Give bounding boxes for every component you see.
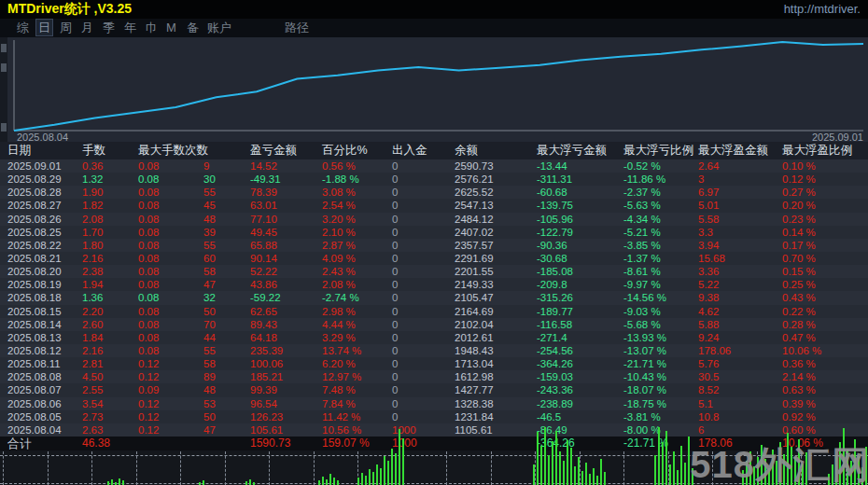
- table-cell: 235.39: [247, 344, 319, 357]
- table-cell: 2025.08.27: [0, 199, 79, 212]
- profit-bar: [203, 480, 204, 485]
- table-cell: 0: [389, 410, 452, 423]
- table-cell: 126.23: [247, 410, 319, 423]
- table-cell: -3.81 %: [621, 410, 695, 423]
- column-header-6[interactable]: 出入金: [389, 142, 452, 159]
- table-cell: 2025.08.19: [0, 278, 79, 291]
- table-cell: 0.70 %: [779, 252, 868, 265]
- column-header-4[interactable]: 盈亏金额: [247, 142, 319, 159]
- menu-item-8[interactable]: M: [164, 20, 178, 35]
- menu-item-3[interactable]: 周: [58, 20, 74, 35]
- table-cell: 0.22 %: [779, 305, 868, 318]
- table-cell: -13.44: [534, 159, 621, 173]
- table-cell: 0.12: [135, 370, 201, 383]
- profit-bar: [318, 480, 320, 485]
- table-cell: 0.08: [135, 305, 201, 318]
- table-cell: 2201.55: [452, 265, 534, 278]
- table-cell: 0.08: [135, 291, 201, 304]
- table-cell: 30: [201, 173, 247, 186]
- table-cell: -5.21 %: [621, 226, 695, 239]
- table-cell: -59.22: [247, 291, 319, 304]
- column-header-10[interactable]: 最大浮盈金额: [695, 142, 779, 159]
- table-cell: 48: [201, 383, 247, 396]
- profit-bar: [589, 474, 591, 485]
- table-cell: 2025.08.18: [0, 291, 79, 304]
- menu-item-9[interactable]: 备: [185, 20, 201, 35]
- table-cell: 1.36: [79, 291, 135, 304]
- menu-item-10[interactable]: 账户: [205, 20, 233, 35]
- website-link[interactable]: http://mtdriver.: [784, 2, 861, 16]
- table-cell: -2.37 %: [621, 186, 695, 199]
- grip-handle[interactable]: [1, 123, 7, 132]
- gridline: [402, 451, 403, 485]
- table-cell: 1000: [389, 423, 452, 436]
- table-cell: 89.43: [247, 318, 319, 331]
- gridline: [48, 451, 49, 485]
- table-cell: 4.62: [695, 305, 779, 318]
- table-cell: 0: [389, 159, 452, 173]
- column-header-8[interactable]: 最大浮亏金额: [534, 142, 621, 159]
- table-row: 2025.08.112.810.1258100.066.20 %01713.04…: [0, 357, 868, 370]
- gridline: [580, 451, 581, 485]
- table-cell: 58: [201, 357, 247, 370]
- table-cell: 32: [201, 291, 247, 304]
- column-header-1[interactable]: 日期: [0, 142, 79, 159]
- table-cell: 4.50: [79, 370, 135, 383]
- menu-item-6[interactable]: 年: [122, 20, 138, 35]
- table-cell: 64.18: [247, 331, 319, 344]
- column-header-3[interactable]: 最大手数次数: [135, 142, 247, 159]
- column-header-2[interactable]: 手数: [79, 142, 135, 159]
- table-cell: -13.93 %: [621, 331, 695, 344]
- gridline: [269, 451, 270, 485]
- table-cell: -3.85 %: [621, 239, 695, 252]
- table-cell: 47: [201, 423, 247, 436]
- profit-bar: [337, 480, 339, 485]
- total-cell: -364.26: [534, 436, 621, 450]
- table-cell: 2.73: [79, 410, 135, 423]
- grip-handle[interactable]: [1, 63, 7, 72]
- table-cell: 0: [389, 213, 452, 226]
- menu-item-7[interactable]: 巾: [144, 20, 160, 35]
- menu-item-2[interactable]: 日: [36, 20, 52, 35]
- profit-bar: [122, 480, 124, 485]
- table-cell: 5.58: [695, 213, 779, 226]
- table-cell: 10.8: [695, 410, 779, 423]
- table-cell: 0: [389, 186, 452, 199]
- profit-bar: [581, 471, 583, 485]
- table-cell: 0.63 %: [779, 383, 868, 396]
- table-cell: 3.29 %: [319, 331, 389, 344]
- table-cell: 1.80: [79, 239, 135, 252]
- menu-item-path[interactable]: 路径: [283, 20, 311, 35]
- column-header-7[interactable]: 余额: [452, 142, 534, 159]
- table-cell: 3.3: [695, 226, 779, 239]
- table-cell: 2.60: [79, 318, 135, 331]
- grip-handle[interactable]: [1, 44, 7, 52]
- table-cell: -254.56: [534, 344, 621, 357]
- menu-item-4[interactable]: 月: [79, 20, 95, 35]
- menu-item-1[interactable]: 综: [15, 20, 31, 35]
- table-row: 2025.08.281.900.085578.393.08 %02625.52-…: [0, 186, 868, 199]
- table-row: 2025.08.131.840.084464.183.29 %02012.61-…: [0, 331, 868, 344]
- table-row: 2025.08.152.200.085062.652.98 %02164.69-…: [0, 305, 868, 318]
- table-cell: 0.09: [135, 383, 201, 396]
- table-cell: 55: [201, 344, 247, 357]
- gridline: [225, 451, 226, 485]
- table-cell: -8.00 %: [621, 423, 695, 436]
- table-cell: 0.60 %: [779, 423, 868, 436]
- column-header-11[interactable]: 最大浮盈比例: [779, 142, 868, 159]
- table-cell: 49.45: [247, 226, 319, 239]
- table-cell: 11.42 %: [319, 410, 389, 423]
- profit-bar: [107, 481, 109, 485]
- table-body: 2025.09.010.360.08914.520.56 %02590.73-1…: [0, 159, 868, 436]
- table-cell: -14.56 %: [621, 291, 695, 304]
- table-cell: 0.12: [135, 357, 201, 370]
- menu-item-5[interactable]: 季: [101, 20, 117, 35]
- table-cell: 1.94: [79, 278, 135, 291]
- column-header-9[interactable]: 最大浮亏比例: [621, 142, 695, 159]
- column-header-5[interactable]: 百分比%: [319, 142, 389, 159]
- table-cell: 0.25 %: [779, 278, 868, 291]
- table-cell: 0: [389, 344, 452, 357]
- table-row: 2025.08.142.600.087089.434.44 %02102.04-…: [0, 318, 868, 331]
- table-cell: -364.26: [534, 357, 621, 370]
- equity-chart: [0, 37, 868, 142]
